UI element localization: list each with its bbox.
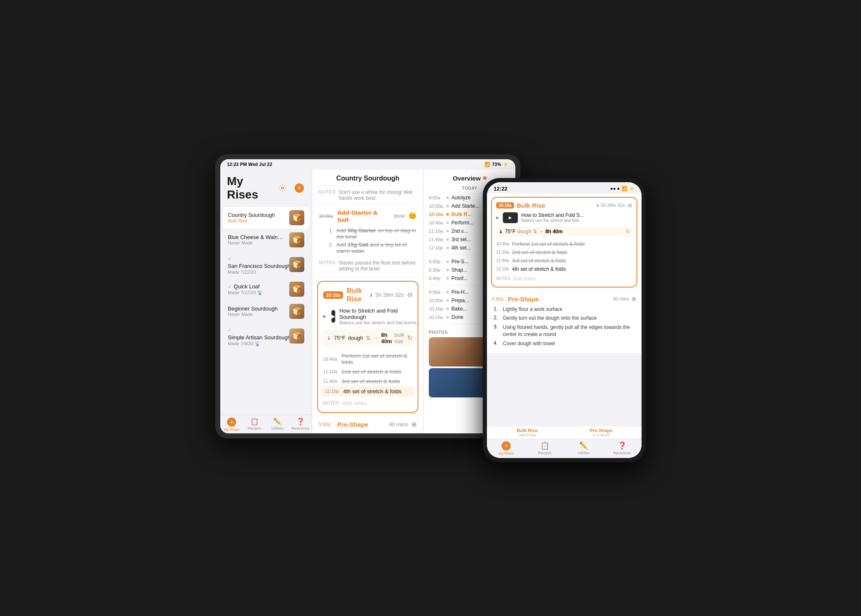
sidebar-item-name: Quick Loaf (234, 283, 260, 290)
tab-recipes[interactable]: 📋 Recipes (243, 417, 266, 432)
sidebar-item-thumb: 🍞 (289, 232, 304, 247)
iphone-tab-recipes[interactable]: 📋 Recipes (526, 441, 565, 456)
sidebar-item-quick-loaf[interactable]: ✓ Quick Loaf Made 7/22/20 📡 🍞 (223, 278, 309, 300)
temp-adjust-icon[interactable]: ⇅ (366, 335, 371, 341)
tab-recipes-label: Recipes (248, 426, 262, 430)
thermometer-icon: 🌡 (596, 203, 600, 208)
step-done-icon: 😊 (408, 212, 417, 220)
iphone-stretch-3: 11:40a 3rd set of stretch & folds (496, 257, 632, 265)
notes-label: NOTES (319, 189, 335, 201)
ov-time: 6:30p (429, 267, 444, 272)
sidebar-icons: + (277, 182, 305, 194)
step-num: 2. (329, 242, 335, 248)
ov-time: 10:00a (429, 298, 444, 303)
iphone-temp-value: 75°F (505, 229, 515, 234)
step-text: Add 15g Salt and a tiny bit of warm wate… (336, 242, 417, 254)
pre-shape-time: 5:50p (492, 296, 505, 301)
sidebar-item-simple-artisan[interactable]: ✓ Simple Artisan Sourdough Made 7/9/20 📡… (223, 323, 309, 350)
iphone-main-scroll: 10:10a Bulk Rise 🌡 5h 28m 32s ⊖ ▶ ▶ (487, 193, 642, 426)
sidebar-item-text: ✓ Simple Artisan Sourdough Made 7/9/20 📡 (228, 326, 285, 346)
sidebar-item-san-francisco[interactable]: ✓ San Francisco Sourdough Made 7/22/20 🍞 (223, 251, 309, 278)
step-num: 3. (494, 324, 500, 338)
ov-dot (446, 291, 449, 293)
sidebar-item-country-sourdough[interactable]: Country Sourdough Bulk Rise 🍞 (223, 207, 309, 229)
step-notes: NOTES Starter passed the float test befo… (319, 257, 417, 273)
ov-dot (446, 196, 449, 199)
video-thumbnail[interactable]: ▶ (331, 310, 335, 323)
stretch-text: 2nd set of stretch & folds (512, 249, 567, 255)
refresh-icon[interactable]: ↻ (626, 229, 630, 234)
scene: 12:22 PM Wed Jul 22 📶 73% ⚡ My Rises (215, 154, 646, 462)
tab-resources[interactable]: ❓ Resources (289, 417, 312, 432)
sidebar-item-beginner-sourdough[interactable]: Beginner Sourdough Never Made 🍞 (223, 300, 309, 322)
bulk-rise-block: 10:10a Bulk Rise 🌡 5h 28m 32s ⊖ ▶ (317, 281, 418, 413)
refresh-icon[interactable]: ↻ (407, 334, 413, 342)
add-rise-button[interactable]: + (293, 182, 305, 194)
stretch-text: 2nd set of stretch & folds (341, 369, 401, 375)
iphone-status-bar: 12:22 ●● ● 📶 ⚡ (487, 182, 642, 193)
bulk-rise-menu-button[interactable]: ⊖ (407, 291, 413, 299)
iphone-menu-icon[interactable]: ⊖ (627, 202, 632, 209)
step-num: 2. (494, 315, 500, 322)
stretch-item-1: 10:40a Perform 1st set of stretch & fold… (323, 351, 413, 367)
sidebar-item-thumb: 🍞 (289, 304, 304, 319)
iphone-tab-resources-label: Resources (613, 451, 631, 455)
status-right: 📶 73% ⚡ (484, 162, 509, 167)
notes-label: NOTES (319, 260, 335, 272)
sidebar-item-text: Blue Cheese & Walnut Sourdou... Never Ma… (228, 234, 285, 245)
iphone-tab-utilities[interactable]: ✏️ Utilities (564, 441, 603, 456)
sidebar-item-thumb: 🍞 (289, 328, 304, 344)
bottom-timer: Bulk Rise until 5:50p current Pre-Shape … (312, 433, 423, 433)
settings-button[interactable] (277, 182, 288, 194)
stretch-time: 10:40a (323, 356, 338, 361)
iphone-time-badge: 10:10a (496, 202, 514, 209)
step-list-item: 1. Add 50g Starter on top of slag in the… (329, 227, 417, 240)
tab-utilities-label: Utilities (271, 426, 283, 430)
video-info: How to Stretch and Fold Sourdough Bakers… (339, 308, 423, 325)
iphone-video-row: ▶ ▶ How to Stretch and Fold S... Bakers … (496, 212, 632, 223)
step-list: 1. Add 50g Starter on top of slag in the… (319, 226, 417, 257)
iphone-tab-my-rises[interactable]: + My Rises (487, 441, 526, 456)
stretch-item-3: 11:40a 3rd set of stretch & folds (323, 377, 413, 386)
stretch-time: 11:10a (323, 369, 338, 374)
utilities-icon: ✏️ (273, 417, 282, 425)
temp-label: dough (348, 335, 363, 341)
step-text: Cover dough with towel (503, 340, 555, 347)
iphone-video-thumb[interactable]: ▶ (503, 212, 518, 223)
iphone-tab-resources[interactable]: ❓ Resources (603, 441, 642, 456)
sidebar-item-blue-cheese[interactable]: Blue Cheese & Walnut Sourdou... Never Ma… (223, 229, 309, 251)
pre-shape-menu[interactable]: ⊕ (411, 420, 417, 428)
sidebar-list: Country Sourdough Bulk Rise 🍞 Blue Chees… (220, 205, 312, 415)
ov-label: 3rd set... (451, 237, 471, 242)
pre-step-3: 3. Using floured hands, gently pull all … (494, 324, 635, 338)
iphone-video-info: How to Stretch and Fold S... Bakers use … (521, 212, 584, 223)
iphone-bulk-header: 10:10a Bulk Rise 🌡 5h 28m 32s ⊖ (496, 202, 632, 209)
ov-dot (446, 277, 449, 280)
bulk-rise-header: 10:10a Bulk Rise 🌡 5h 28m 32s ⊖ (323, 287, 413, 303)
notes-add-input[interactable]: Add notes (342, 400, 367, 406)
temp-adjust-icon[interactable]: ⇅ (533, 229, 537, 234)
tab-my-rises[interactable]: + My Rises (220, 417, 243, 432)
thermometer-icon: 🌡 (369, 292, 374, 298)
ov-dot (446, 230, 449, 232)
ipad-time: 12:22 PM Wed Jul 22 (227, 162, 272, 167)
stretch-time: 11:10a (496, 250, 509, 255)
ov-label: 4th set... (451, 245, 471, 251)
add-icon: + (502, 441, 511, 451)
notes-input[interactable]: Add notes (513, 276, 535, 282)
tab-utilities[interactable]: ✏️ Utilities (266, 417, 289, 432)
iphone-stretch-1: 10:40a Perform 1st set of stretch & fold… (496, 240, 632, 248)
iphone-timer-bulk-until: until 5:50p (490, 433, 564, 437)
resources-icon: ❓ (618, 441, 627, 450)
iphone-status-icons: ●● ● 📶 ⚡ (610, 186, 635, 191)
pre-shape-menu[interactable]: ⊕ (632, 295, 637, 302)
sidebar-item-name: Country Sourdough (228, 212, 285, 218)
ov-time: 10:10a (429, 315, 444, 320)
iphone-content: 10:10a Bulk Rise 🌡 5h 28m 32s ⊖ ▶ ▶ (487, 193, 642, 354)
ov-label: Add Starte... (451, 203, 479, 209)
thermometer-icon: 🌡 (499, 229, 503, 234)
ov-label: Pre-S... (451, 259, 469, 265)
ov-time: 10:10a (429, 306, 444, 311)
step-text: Lightly flour a work surface (503, 306, 563, 313)
ov-dot (446, 247, 449, 249)
